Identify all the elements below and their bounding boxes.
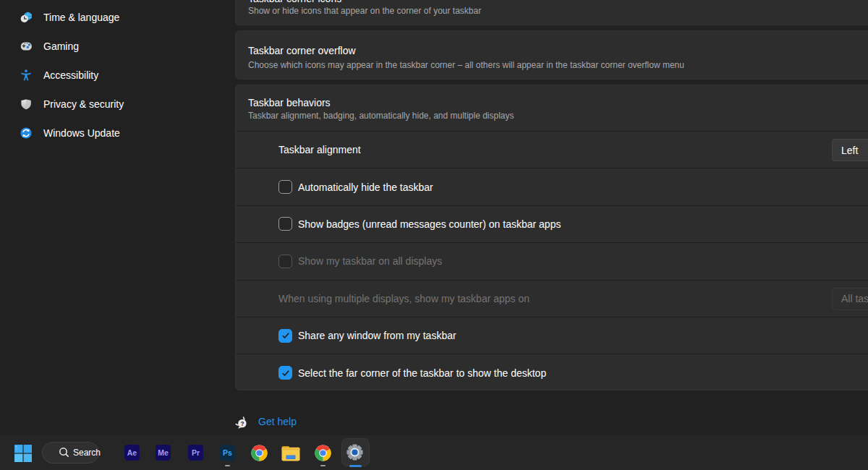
svg-text:?: ?	[240, 421, 244, 427]
